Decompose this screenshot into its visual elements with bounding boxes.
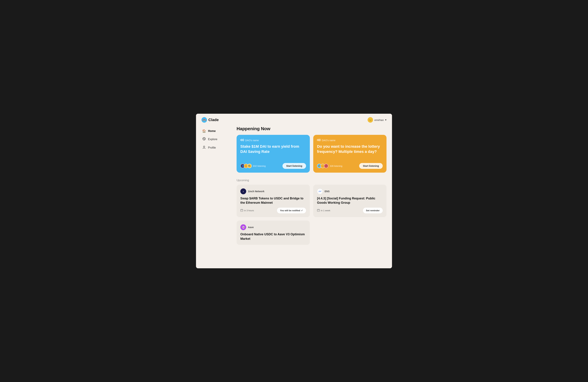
upcoming-card-footer-1inch: in 3 hours You will be notified ✓ [240,208,306,213]
listener-avatar: 🎭 [247,164,252,168]
check-icon: ✓ [301,209,303,212]
explore-icon [202,137,206,141]
app-window: Clade 😊 emirhan ▾ 🏠 Home [196,114,392,268]
svg-rect-6 [242,139,243,141]
logo: Clade [202,117,219,123]
live-card-title-1: Stake $1M DAI to earn yield from DAI Sav… [240,144,306,154]
sidebar-item-label: Explore [208,138,217,141]
set-reminder-button[interactable]: Set reminder [363,208,383,213]
listener-avatars-2: 🌈 😊 🎵 [317,164,328,168]
svg-rect-11 [319,139,319,141]
upcoming-cards-row: 1 1inch Network Swap $ARB Tokens to USDC… [237,185,386,217]
svg-rect-4 [240,139,241,141]
avatar: 😊 [368,117,373,123]
listener-avatars-1: 👤 😊 🎭 [240,164,252,168]
sidebar-item-explore[interactable]: Explore [200,135,230,143]
notified-label: You will be notified [280,209,300,212]
bottom-card-row: 👻 Aave Onboard Native USDC to Aave V3 Op… [237,221,386,245]
sidebar-item-label: Profile [208,146,216,149]
svg-text:👻: 👻 [242,226,245,229]
upcoming-card-title-1inch: Swap $ARB Tokens to USDC and Bridge to t… [240,196,306,205]
upcoming-card-1inch: 1 1inch Network Swap $ARB Tokens to USDC… [237,185,310,217]
main-layout: 🏠 Home Explore [196,126,392,268]
project-avatar-1inch: 1 [240,189,246,194]
home-icon: 🏠 [202,129,206,133]
chevron-down-icon: ▾ [385,118,386,121]
calendar-icon-ens [317,209,320,212]
dao-name-2: DAO's name [322,139,336,142]
audio-wave-icon-2 [317,139,321,142]
svg-rect-21 [317,209,320,211]
time-text-ens: in 1 week [321,209,330,212]
svg-rect-16 [241,209,243,211]
upcoming-card-title-aave: Onboard Native USDC to Aave V3 Optimism … [240,232,306,241]
happening-now-title: Happening Now [237,126,386,131]
logo-icon [202,117,207,123]
upcoming-title: Upcoming [237,179,386,182]
listen-count-2: 328 listening [330,165,342,167]
card-footer-1: 👤 😊 🎭 832 listening Start listening [240,163,306,169]
time-label-1inch: in 3 hours [240,209,254,212]
upcoming-card-footer-ens: in 1 week Set reminder [317,208,383,213]
svg-rect-7 [243,139,243,141]
dao-name-1: DAO's name [245,139,259,142]
upcoming-card-ens: ENS [4.4.3] [Social] Funding Request: Pu… [313,185,386,217]
start-listening-btn-1[interactable]: Start listening [282,163,306,169]
listeners-1: 👤 😊 🎭 832 listening [240,164,266,168]
user-menu[interactable]: 😊 emirhan ▾ [368,117,386,123]
content: Happening Now [234,126,392,263]
dao-label-1: DAO's name [240,139,306,142]
time-label-ens: in 1 week [317,209,330,212]
listener-avatar: 🎵 [324,164,328,168]
svg-point-3 [203,146,205,147]
logo-text: Clade [208,118,219,122]
live-cards-row: DAO's name Stake $1M DAI to earn yield f… [237,135,386,173]
sidebar-item-home[interactable]: 🏠 Home [200,127,230,135]
sidebar-item-label: Home [208,130,216,133]
notified-button[interactable]: You will be notified ✓ [277,208,306,213]
svg-text:1: 1 [243,191,244,192]
project-avatar-aave: 👻 [240,224,246,230]
user-name: emirhan [375,118,384,121]
svg-rect-8 [244,139,244,140]
upcoming-section: Upcoming 1 [237,179,386,245]
svg-rect-5 [241,139,242,141]
profile-icon [202,146,206,150]
upcoming-card-header-1: 1 1inch Network [240,189,306,194]
audio-wave-icon [240,139,244,142]
sidebar-item-profile[interactable]: Profile [200,144,230,152]
project-name-1inch: 1inch Network [248,190,264,193]
upcoming-card-header-ens: ENS [317,189,383,194]
live-card-1[interactable]: DAO's name Stake $1M DAI to earn yield f… [237,135,310,173]
card-footer-2: 🌈 😊 🎵 328 listening Start listening [317,163,383,169]
live-card-2[interactable]: DAO's name Do you want to increase the l… [313,135,386,173]
upcoming-card-header-aave: 👻 Aave [240,224,306,230]
svg-rect-9 [317,139,317,141]
calendar-icon [240,209,243,212]
project-avatar-ens [317,189,323,194]
sidebar: 🏠 Home Explore [196,126,234,263]
svg-rect-13 [320,139,321,140]
listen-count-1: 832 listening [253,165,266,167]
dao-label-2: DAO's name [317,139,383,142]
project-name-ens: ENS [325,190,330,193]
upcoming-card-aave: 👻 Aave Onboard Native USDC to Aave V3 Op… [237,221,310,245]
live-card-title-2: Do you want to increase the lottery freq… [317,144,383,154]
start-listening-btn-2[interactable]: Start listening [359,163,383,169]
top-bar: Clade 😊 emirhan ▾ [196,114,392,126]
upcoming-card-title-ens: [4.4.3] [Social] Funding Request: Public… [317,196,383,205]
listeners-2: 🌈 😊 🎵 328 listening [317,164,342,168]
svg-rect-10 [318,139,318,141]
time-text-1inch: in 3 hours [244,209,254,212]
svg-rect-12 [320,139,320,141]
project-name-aave: Aave [248,226,253,229]
